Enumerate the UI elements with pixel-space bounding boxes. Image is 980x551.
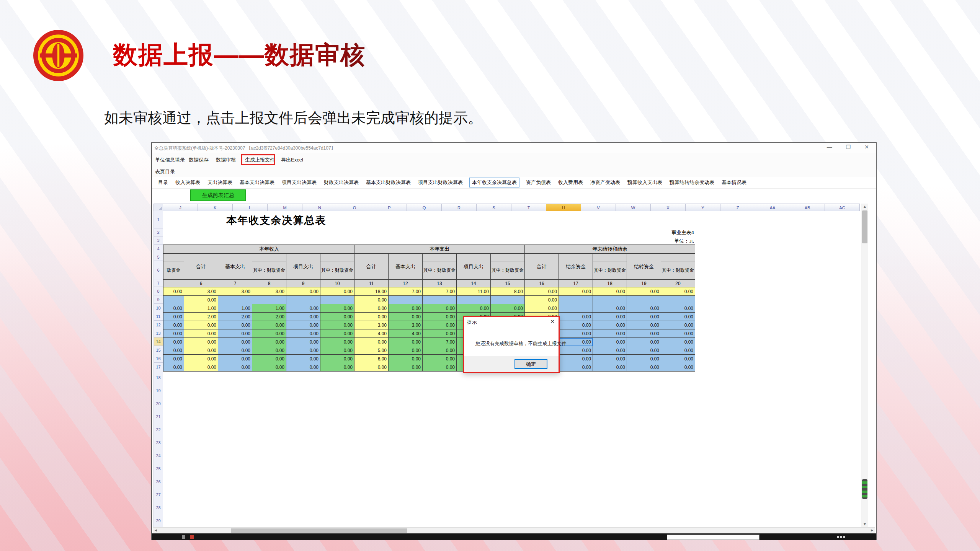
- cell-r13-c2[interactable]: 0.00: [218, 329, 252, 338]
- column-header-X[interactable]: X: [651, 204, 686, 211]
- tab-支出决算表[interactable]: 支出决算表: [207, 178, 233, 187]
- close-button[interactable]: ✕: [864, 144, 869, 150]
- row-header-23[interactable]: 23: [154, 436, 163, 449]
- cell-r9-c10[interactable]: [491, 296, 525, 304]
- column-header-T[interactable]: T: [511, 204, 546, 211]
- cell-r8-c6[interactable]: 18.00: [354, 287, 389, 296]
- column-header-K[interactable]: K: [198, 204, 233, 211]
- cell-r8-c8[interactable]: 7.00: [423, 287, 457, 296]
- tab-本年收支余决算总表[interactable]: 本年收支余决算总表: [469, 178, 519, 187]
- cell-r17-c5[interactable]: 0.00: [320, 363, 354, 372]
- row-header-29[interactable]: 29: [154, 514, 163, 527]
- cell-r17-c8[interactable]: 0.00: [423, 363, 457, 372]
- cell-r15-c1[interactable]: 0.00: [184, 346, 218, 355]
- cell-r10-c3[interactable]: 1.00: [252, 304, 286, 313]
- cell-r14-c1[interactable]: 0.00: [184, 338, 218, 346]
- scroll-left-icon[interactable]: ◄: [154, 528, 158, 532]
- cell-r12-c0[interactable]: 0.00: [163, 321, 184, 329]
- cell-r14-c7[interactable]: 0.00: [389, 338, 423, 346]
- cell-r13-c4[interactable]: 0.00: [286, 329, 320, 338]
- tab-项目支出财政决算表[interactable]: 项目支出财政决算表: [417, 178, 464, 187]
- cell-r11-c4[interactable]: 0.00: [286, 313, 320, 321]
- cell-r11-c5[interactable]: 0.00: [320, 313, 354, 321]
- cell-r17-c7[interactable]: 0.00: [389, 363, 423, 372]
- column-header-R[interactable]: R: [442, 204, 477, 211]
- cell-r9-c3[interactable]: [252, 296, 286, 304]
- cell-r14-c5[interactable]: 0.00: [320, 338, 354, 346]
- tab-目录[interactable]: 目录: [157, 178, 169, 187]
- cell-r10-c12[interactable]: [559, 304, 593, 313]
- cell-r10-c10[interactable]: 0.00: [491, 304, 525, 313]
- cell-r15-c6[interactable]: 5.00: [354, 346, 389, 355]
- cell-r10-c6[interactable]: 0.00: [354, 304, 389, 313]
- cell-r16-c0[interactable]: 0.00: [163, 355, 184, 363]
- tab-基本支出财政决算表[interactable]: 基本支出财政决算表: [365, 178, 412, 187]
- cell-r8-c3[interactable]: 3.00: [252, 287, 286, 296]
- cell-r16-c8[interactable]: 0.00: [423, 355, 457, 363]
- dialog-close-icon[interactable]: ✕: [550, 318, 555, 324]
- cell-r14-c15[interactable]: 0.00: [661, 338, 695, 346]
- row-header-18[interactable]: 18: [154, 371, 163, 384]
- cell-r13-c6[interactable]: 4.00: [354, 329, 389, 338]
- cell-r11-c1[interactable]: 2.00: [184, 313, 218, 321]
- cell-r13-c1[interactable]: 0.00: [184, 329, 218, 338]
- tab-收入决算表[interactable]: 收入决算表: [175, 178, 201, 187]
- vertical-scroll-thumb[interactable]: [862, 210, 867, 243]
- cell-r15-c4[interactable]: 0.00: [286, 346, 320, 355]
- row-header-28[interactable]: 28: [154, 501, 163, 514]
- row-header-12[interactable]: 12: [154, 321, 163, 329]
- cell-r14-c3[interactable]: 0.00: [252, 338, 286, 346]
- cell-r15-c14[interactable]: 0.00: [627, 346, 661, 355]
- horizontal-scroll-thumb[interactable]: [231, 528, 407, 533]
- cell-r8-c11[interactable]: 0.00: [525, 287, 559, 296]
- cell-r13-c14[interactable]: 0.00: [627, 329, 661, 338]
- cell-r17-c12[interactable]: 0.00: [559, 363, 593, 372]
- row-header-26[interactable]: 26: [154, 475, 163, 488]
- cell-r11-c6[interactable]: 0.00: [354, 313, 389, 321]
- cell-r10-c14[interactable]: 0.00: [627, 304, 661, 313]
- cell-r10-c7[interactable]: 0.00: [389, 304, 423, 313]
- cell-r16-c4[interactable]: 0.00: [286, 355, 320, 363]
- cell-r17-c3[interactable]: 0.00: [252, 363, 286, 372]
- cell-r9-c2[interactable]: [218, 296, 252, 304]
- row-header-10[interactable]: 10: [154, 304, 163, 312]
- column-header-AC[interactable]: AC: [825, 204, 860, 211]
- menu-data-audit[interactable]: 数据审核: [216, 156, 236, 163]
- cell-r16-c12[interactable]: 0.00: [559, 355, 593, 363]
- cell-r12-c4[interactable]: 0.00: [286, 321, 320, 329]
- cell-r16-c7[interactable]: 0.00: [389, 355, 423, 363]
- cell-r9-c14[interactable]: [627, 296, 661, 304]
- cell-r15-c12[interactable]: 0.00: [559, 346, 593, 355]
- tab-资产负债表[interactable]: 资产负债表: [525, 178, 552, 187]
- cell-r11-c14[interactable]: 0.00: [627, 313, 661, 321]
- cell-r10-c4[interactable]: 0.00: [286, 304, 320, 313]
- tab-净资产变动表[interactable]: 净资产变动表: [590, 178, 621, 187]
- row-header-25[interactable]: 25: [154, 462, 163, 475]
- row-header-27[interactable]: 27: [154, 488, 163, 501]
- cell-r10-c13[interactable]: 0.00: [593, 304, 627, 313]
- cell-r13-c3[interactable]: 0.00: [252, 329, 286, 338]
- column-header-Z[interactable]: Z: [720, 204, 755, 211]
- cell-r12-c1[interactable]: 0.00: [184, 321, 218, 329]
- tab-项目支出决算表[interactable]: 项目支出决算表: [281, 178, 317, 187]
- cell-r17-c1[interactable]: 0.00: [184, 363, 218, 372]
- cell-r13-c8[interactable]: 0.00: [423, 329, 457, 338]
- cell-r15-c8[interactable]: 0.00: [423, 346, 457, 355]
- cell-r13-c12[interactable]: 0.00: [559, 329, 593, 338]
- row-header-17[interactable]: 17: [154, 363, 163, 371]
- row-header-11[interactable]: 11: [154, 312, 163, 321]
- cell-r15-c5[interactable]: 0.00: [320, 346, 354, 355]
- cell-r15-c0[interactable]: 0.00: [163, 346, 184, 355]
- cell-r9-c9[interactable]: [457, 296, 491, 304]
- cell-r11-c12[interactable]: 0.00: [559, 313, 593, 321]
- row-header-1[interactable]: 1: [154, 211, 163, 228]
- cell-r9-c15[interactable]: [661, 296, 695, 304]
- scroll-up-icon[interactable]: ▲: [861, 204, 868, 210]
- cell-r12-c8[interactable]: 0.00: [423, 321, 457, 329]
- column-header-L[interactable]: L: [233, 204, 268, 211]
- cell-r9-c8[interactable]: [423, 296, 457, 304]
- menu-export-excel[interactable]: 导出Excel: [281, 156, 303, 163]
- cell-r8-c14[interactable]: 0.00: [627, 287, 661, 296]
- cell-r11-c7[interactable]: 0.00: [389, 313, 423, 321]
- cell-r11-c8[interactable]: 0.00: [423, 313, 457, 321]
